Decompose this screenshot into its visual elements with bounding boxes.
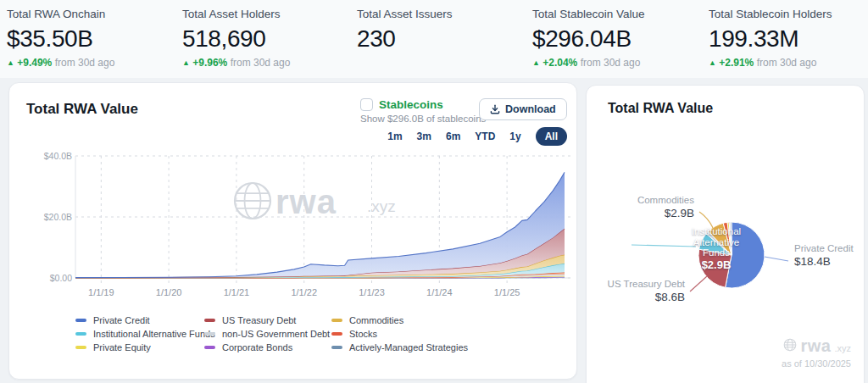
pie-label-private-credit: Private Credit $18.4B	[794, 243, 854, 267]
stat-label: Total Stablecoin Value	[532, 7, 645, 21]
stat-value: $296.04B	[532, 25, 645, 53]
svg-text:rwa: rwa	[275, 183, 337, 220]
legend-item-actively-managed-strategies: Actively-Managed Strategies	[331, 342, 518, 352]
legend-swatch	[331, 346, 342, 349]
stat-value: 518,690	[182, 25, 290, 53]
svg-text:1/1/20: 1/1/20	[156, 287, 182, 297]
range-all[interactable]: All	[536, 127, 567, 146]
svg-text:1/1/24: 1/1/24	[426, 287, 453, 297]
legend-item-institutional-alternative-funds: Institutional Alternative Funds	[75, 329, 204, 339]
pie-label-us-treasury-debt: US Treasury Debt $8.6B	[598, 279, 685, 303]
svg-text:.xyz: .xyz	[367, 197, 396, 215]
svg-text:$40.0B: $40.0B	[44, 151, 72, 161]
stat-delta: ▲ +2.04% from 30d ago	[532, 57, 645, 69]
stablecoins-label[interactable]: Stablecoins	[379, 98, 443, 111]
stat-total-asset-holders: Total Asset Holders518,690▲ +9.96% from …	[182, 7, 290, 69]
stat-label: Total Asset Issuers	[357, 7, 453, 21]
pie-label-commodities: Commodities $2.9B	[618, 195, 694, 219]
range-1m[interactable]: 1m	[387, 130, 402, 142]
chart-legend: Private CreditUS Treasury DebtCommoditie…	[75, 315, 518, 352]
stat-label: Total Asset Holders	[182, 7, 290, 21]
svg-text:$0.00: $0.00	[50, 273, 72, 283]
svg-text:1/1/25: 1/1/25	[494, 287, 520, 297]
range-3m[interactable]: 3m	[417, 130, 431, 142]
svg-text:1/1/21: 1/1/21	[224, 287, 250, 297]
svg-text:1/1/22: 1/1/22	[291, 287, 317, 297]
legend-swatch	[75, 346, 86, 349]
range-selector: 1m3m6mYTD1yAll	[331, 127, 567, 146]
total-rwa-value-pie-card: Total RWA Value Commodities $2.9B Instit…	[586, 85, 865, 383]
stat-value: $35.50B	[7, 25, 114, 53]
legend-swatch	[204, 332, 215, 336]
legend-swatch	[204, 346, 215, 349]
legend-swatch	[75, 319, 86, 322]
legend-swatch	[331, 319, 342, 322]
stat-total-stablecoin-holders: Total Stablecoin Holders199.33M▲ +2.91% …	[709, 7, 832, 69]
stat-label: Total RWA Onchain	[7, 7, 114, 21]
up-triangle-icon: ▲	[532, 58, 540, 67]
download-button[interactable]: Download	[479, 98, 567, 120]
chart-card-title: Total RWA Value	[26, 101, 138, 118]
stablecoins-checkbox[interactable]	[360, 98, 373, 111]
legend-item-us-treasury-debt: US Treasury Debt	[204, 315, 331, 325]
svg-text:1/1/23: 1/1/23	[359, 287, 385, 297]
legend-item-non-us-government-debt: non-US Government Debt	[204, 329, 331, 339]
legend-item-stocks: Stocks	[331, 329, 518, 339]
up-triangle-icon: ▲	[7, 58, 14, 67]
stablecoins-sublabel: Show $296.0B of stablecoins	[360, 114, 486, 124]
stat-total-stablecoin-value: Total Stablecoin Value$296.04B▲ +2.04% f…	[532, 7, 645, 69]
stat-delta: ▲ +9.49% from 30d ago	[7, 57, 114, 69]
stat-value: 230	[357, 25, 453, 53]
stat-total-asset-issuers: Total Asset Issuers230	[357, 7, 453, 53]
legend-swatch	[331, 332, 342, 336]
up-triangle-icon: ▲	[709, 58, 716, 67]
stablecoins-toggle: Stablecoins Show $296.0B of stablecoins	[360, 98, 486, 124]
pie-label-institutional-alternative-funds: Institutional Alternative Funds $2.9B	[683, 226, 749, 270]
download-label: Download	[505, 103, 556, 115]
stat-total-rwa-onchain: Total RWA Onchain$35.50B▲ +9.49% from 30…	[7, 7, 114, 69]
rwa-watermark-small: rwa.xyz	[783, 336, 851, 356]
svg-text:1/1/19: 1/1/19	[88, 287, 114, 297]
rwa-watermark: rwa.xyz	[235, 183, 396, 220]
stat-delta: ▲ +9.96% from 30d ago	[182, 57, 290, 69]
as-of-date: as of 10/30/2025	[782, 358, 851, 369]
total-rwa-value-area-chart[interactable]: rwa.xyz$0.00$20.0B$40.0B1/1/191/1/201/1/…	[35, 145, 577, 306]
legend-swatch	[75, 332, 86, 336]
legend-item-corporate-bonds: Corporate Bonds	[204, 342, 331, 352]
total-rwa-value-chart-card: Total RWA Value Stablecoins Show $296.0B…	[8, 82, 577, 380]
stat-label: Total Stablecoin Holders	[709, 7, 832, 21]
range-ytd[interactable]: YTD	[475, 130, 495, 142]
range-1y[interactable]: 1y	[509, 130, 520, 142]
svg-text:$20.0B: $20.0B	[44, 212, 72, 222]
stats-row: Total RWA Onchain$35.50B▲ +9.49% from 30…	[0, 0, 868, 78]
range-6m[interactable]: 6m	[446, 130, 460, 142]
up-triangle-icon: ▲	[182, 58, 190, 67]
pie-card-title: Total RWA Value	[608, 101, 713, 116]
legend-swatch	[204, 319, 215, 322]
globe-icon	[783, 338, 797, 352]
stat-delta: ▲ +2.91% from 30d ago	[709, 57, 832, 69]
stat-value: 199.33M	[709, 25, 832, 53]
legend-item-private-credit: Private Credit	[75, 315, 204, 325]
download-icon	[490, 104, 500, 114]
globe-icon	[235, 183, 270, 219]
legend-item-private-equity: Private Equity	[75, 342, 204, 352]
legend-item-commodities: Commodities	[331, 315, 518, 325]
